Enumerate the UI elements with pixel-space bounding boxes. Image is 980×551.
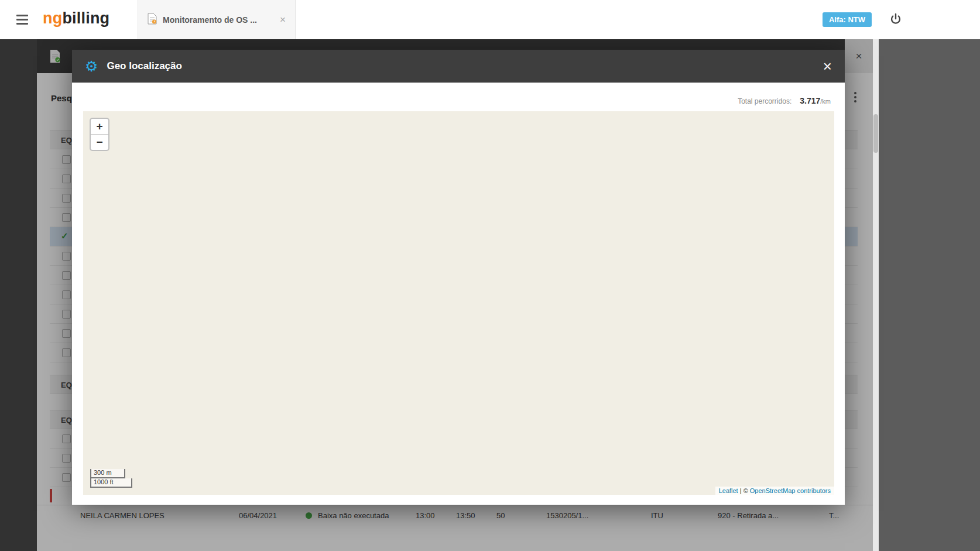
top-navbar: ngbilling Monitoramento de OS ... × Alfa… xyxy=(0,0,980,39)
map[interactable]: SP-079SP-300102102 Bairro ChafarizCentro… xyxy=(83,111,834,495)
tab-close-icon[interactable]: × xyxy=(280,14,286,26)
map-canvas[interactable] xyxy=(83,111,834,495)
tab-title: Monitoramento de OS ... xyxy=(163,15,257,25)
gear-icon: ⚙ xyxy=(85,59,98,74)
total-label: Total percorridos: xyxy=(738,97,791,105)
logo-suffix: billing xyxy=(62,9,109,27)
modal-header: ⚙ Geo localização × xyxy=(72,50,845,83)
total-distance: Total percorridos:3.717/km xyxy=(738,95,831,106)
logo-prefix: ng xyxy=(43,9,62,27)
geo-modal: ⚙ Geo localização × Total percorridos:3.… xyxy=(72,50,845,505)
power-icon[interactable] xyxy=(889,12,903,26)
scrollbar[interactable] xyxy=(873,39,879,551)
zoom-control: + − xyxy=(90,118,109,151)
scrollbar-thumb[interactable] xyxy=(873,114,878,153)
attribution-separator: | © xyxy=(738,487,750,494)
osm-link[interactable]: OpenStreetMap contributors xyxy=(750,487,831,494)
document-clock-icon xyxy=(148,13,157,27)
zoom-out-button[interactable]: − xyxy=(91,134,108,150)
scale-metric: 300 m xyxy=(90,469,125,478)
leaflet-link[interactable]: Leaflet xyxy=(719,487,738,494)
app-logo: ngbilling xyxy=(43,9,109,28)
total-value: 3.717 xyxy=(800,96,820,105)
environment-badge[interactable]: Alfa: NTW xyxy=(823,12,872,27)
modal-close-icon[interactable]: × xyxy=(823,59,832,74)
total-unit: /km xyxy=(820,98,831,105)
modal-title: Geo localização xyxy=(107,60,182,72)
hamburger-menu-icon[interactable] xyxy=(16,15,28,27)
zoom-in-button[interactable]: + xyxy=(91,119,108,134)
tab-monitoramento[interactable]: Monitoramento de OS ... × xyxy=(138,0,296,39)
scale-imperial: 1000 ft xyxy=(90,478,132,488)
scale-control: 300 m 1000 ft xyxy=(90,469,132,488)
map-attribution: Leaflet | © OpenStreetMap contributors xyxy=(715,487,834,495)
